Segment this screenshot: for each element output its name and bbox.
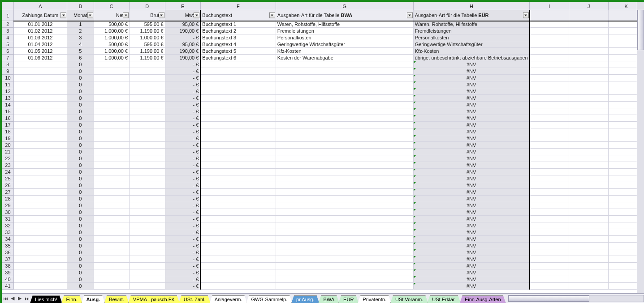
- row-header[interactable]: 5: [2, 41, 14, 48]
- cell-I[interactable]: [530, 108, 569, 115]
- cell-E[interactable]: - €: [165, 68, 200, 75]
- cell-E[interactable]: - €: [165, 222, 200, 229]
- cell-A[interactable]: [13, 149, 67, 155]
- row-header[interactable]: 41: [2, 283, 14, 290]
- cell-C[interactable]: [94, 175, 130, 182]
- table-header-I[interactable]: [530, 10, 569, 21]
- cell-F[interactable]: [200, 68, 276, 75]
- cell-J[interactable]: [569, 61, 609, 68]
- cell-G[interactable]: [276, 155, 413, 162]
- cell-D[interactable]: [130, 269, 165, 276]
- cell-G[interactable]: [276, 182, 413, 189]
- table-header-B[interactable]: Monat: [67, 10, 94, 21]
- cell-J[interactable]: [569, 222, 609, 229]
- cell-J[interactable]: [569, 162, 609, 169]
- cell-F[interactable]: [200, 182, 276, 189]
- cell-G[interactable]: Kosten der Warenabgabe: [276, 55, 413, 61]
- cell-B[interactable]: 0: [67, 135, 94, 142]
- cell-J[interactable]: [569, 276, 609, 283]
- cell-G[interactable]: Geringwertige Wirtschaftsgüter: [276, 41, 413, 48]
- cell-E[interactable]: - €: [165, 108, 200, 115]
- cell-A[interactable]: [13, 182, 67, 189]
- cell-H[interactable]: #NV: [413, 222, 529, 229]
- cell-H[interactable]: #NV: [413, 196, 529, 202]
- cell-C[interactable]: [94, 263, 130, 269]
- cell-E[interactable]: - €: [165, 256, 200, 263]
- cell-J[interactable]: [569, 21, 609, 28]
- row-header[interactable]: 11: [2, 81, 14, 88]
- sheet-tab[interactable]: Einn.: [61, 295, 82, 303]
- cell-B[interactable]: 0: [67, 149, 94, 155]
- cell-A[interactable]: [13, 236, 67, 243]
- cell-B[interactable]: 0: [67, 222, 94, 229]
- cell-J[interactable]: [569, 236, 609, 243]
- cell-F[interactable]: [200, 216, 276, 222]
- cell-D[interactable]: [130, 236, 165, 243]
- cell-H[interactable]: #NV: [413, 236, 529, 243]
- cell-D[interactable]: [130, 149, 165, 155]
- cell-I[interactable]: [530, 68, 569, 75]
- cell-A[interactable]: [13, 128, 67, 135]
- row-header[interactable]: 6: [2, 48, 14, 55]
- cell-J[interactable]: [569, 249, 609, 256]
- cell-C[interactable]: [94, 95, 130, 102]
- row-header[interactable]: 1: [2, 10, 14, 21]
- cell-I[interactable]: [530, 41, 569, 48]
- cell-G[interactable]: [276, 256, 413, 263]
- cell-E[interactable]: - €: [165, 236, 200, 243]
- cell-D[interactable]: [130, 95, 165, 102]
- cell-C[interactable]: [94, 216, 130, 222]
- cell-A[interactable]: 01.01.2012: [13, 21, 67, 28]
- cell-F[interactable]: [200, 276, 276, 283]
- cell-J[interactable]: [569, 142, 609, 149]
- cell-B[interactable]: 0: [67, 61, 94, 68]
- cell-I[interactable]: [530, 229, 569, 236]
- vertical-scrollbar-thumb[interactable]: [637, 10, 644, 50]
- table-header-C[interactable]: Netto: [94, 10, 130, 21]
- cell-E[interactable]: - €: [165, 149, 200, 155]
- cell-B[interactable]: 0: [67, 263, 94, 269]
- cell-B[interactable]: 0: [67, 162, 94, 169]
- cell-C[interactable]: [94, 108, 130, 115]
- table-header-E[interactable]: MwSt.: [165, 10, 200, 21]
- cell-B[interactable]: 0: [67, 182, 94, 189]
- cell-G[interactable]: [276, 88, 413, 95]
- cell-E[interactable]: - €: [165, 276, 200, 283]
- cell-G[interactable]: [276, 276, 413, 283]
- cell-A[interactable]: [13, 229, 67, 236]
- row-header[interactable]: 3: [2, 28, 14, 34]
- cell-J[interactable]: [569, 135, 609, 142]
- row-header[interactable]: 17: [2, 122, 14, 128]
- cell-D[interactable]: 1.190,00 €: [130, 28, 165, 34]
- cell-J[interactable]: [569, 169, 609, 175]
- cell-D[interactable]: [130, 155, 165, 162]
- cell-J[interactable]: [569, 75, 609, 81]
- cell-D[interactable]: [130, 169, 165, 175]
- row-header[interactable]: 16: [2, 115, 14, 122]
- column-header-J[interactable]: J: [569, 2, 609, 10]
- cell-E[interactable]: - €: [165, 122, 200, 128]
- cell-I[interactable]: [530, 115, 569, 122]
- cell-G[interactable]: Kfz-Kosten: [276, 48, 413, 55]
- sheet-tab[interactable]: Privatentn.: [358, 295, 391, 303]
- row-header[interactable]: 18: [2, 128, 14, 135]
- cell-H[interactable]: #NV: [413, 81, 529, 88]
- cell-C[interactable]: [94, 243, 130, 249]
- cell-J[interactable]: [569, 202, 609, 209]
- cell-I[interactable]: [530, 169, 569, 175]
- cell-H[interactable]: Personalkosten: [413, 34, 529, 41]
- cell-G[interactable]: [276, 236, 413, 243]
- cell-J[interactable]: [569, 88, 609, 95]
- cell-J[interactable]: [569, 122, 609, 128]
- cell-C[interactable]: [94, 269, 130, 276]
- cell-H[interactable]: #NV: [413, 128, 529, 135]
- cell-C[interactable]: [94, 169, 130, 175]
- cell-J[interactable]: [569, 81, 609, 88]
- cell-A[interactable]: [13, 216, 67, 222]
- horizontal-scrollbar[interactable]: [508, 295, 644, 302]
- cell-D[interactable]: [130, 189, 165, 196]
- cell-H[interactable]: #NV: [413, 162, 529, 169]
- column-header-G[interactable]: G: [276, 2, 413, 10]
- cell-B[interactable]: 0: [67, 189, 94, 196]
- sheet-tab[interactable]: USt.Erklär.: [427, 295, 461, 303]
